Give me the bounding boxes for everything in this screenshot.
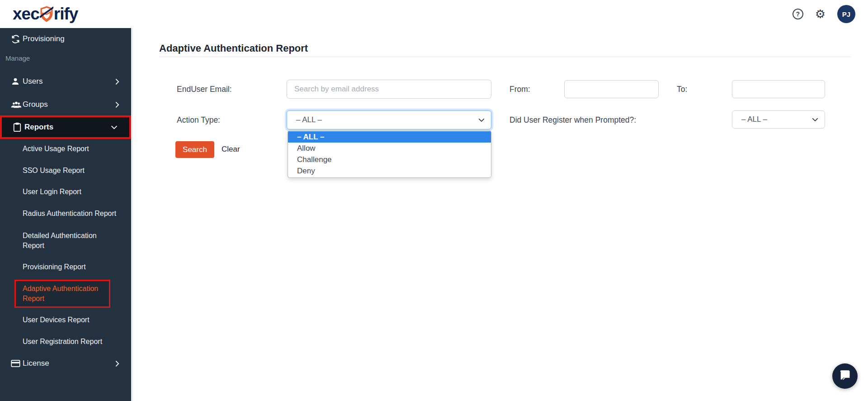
- user-avatar[interactable]: PJ: [837, 5, 855, 23]
- to-date-input[interactable]: [732, 80, 825, 98]
- subnav-label: User Registration Report: [23, 337, 102, 347]
- sidebar-item-groups[interactable]: Groups: [0, 94, 131, 115]
- subnav-label: Provisioning Report: [23, 262, 86, 272]
- chat-icon: [839, 369, 851, 383]
- xecurify-logo[interactable]: xec rify: [13, 4, 78, 24]
- sidebar-item-user-devices-report[interactable]: User Devices Report: [0, 309, 131, 331]
- from-label: From:: [509, 85, 530, 94]
- action-type-dropdown: – ALL – Allow Challenge Deny: [288, 130, 491, 178]
- sidebar: Provisioning Manage Users Groups: [0, 28, 133, 401]
- sidebar-item-sso-usage-report[interactable]: SSO Usage Report: [0, 160, 131, 181]
- group-icon: [11, 100, 23, 109]
- user-icon: [11, 77, 23, 86]
- subnav-label: User Login Report: [23, 187, 81, 197]
- main-content: Adaptive Authentication Report EndUser E…: [133, 28, 868, 401]
- sidebar-item-license[interactable]: License: [0, 353, 131, 374]
- chevron-down-icon: [478, 115, 485, 124]
- sidebar-item-user-registration-report[interactable]: User Registration Report: [0, 331, 131, 353]
- help-icon[interactable]: ?: [793, 9, 803, 19]
- chevron-down-icon: [812, 115, 818, 124]
- clear-button[interactable]: Clear: [222, 145, 240, 154]
- sync-icon: [11, 34, 23, 44]
- enduser-email-input[interactable]: [287, 80, 491, 99]
- sidebar-item-provisioning[interactable]: Provisioning: [0, 28, 131, 50]
- action-type-label: Action Type:: [177, 115, 220, 125]
- subnav-label: User Devices Report: [23, 315, 90, 325]
- enduser-email-label: EndUser Email:: [177, 85, 232, 94]
- clipboard-icon: [13, 122, 24, 132]
- register-prompt-label: Did User Register when Prompted?:: [509, 115, 636, 125]
- action-type-value: – ALL –: [296, 115, 322, 124]
- dropdown-option-allow[interactable]: Allow: [288, 143, 491, 154]
- logo-text-right: rify: [54, 4, 78, 24]
- subnav-label: Adaptive Authentication Report: [23, 284, 106, 304]
- dropdown-option-challenge[interactable]: Challenge: [288, 154, 491, 165]
- subnav-label: Detailed Authentication Report: [23, 231, 109, 251]
- sidebar-item-active-usage-report[interactable]: Active Usage Report: [0, 138, 131, 160]
- sidebar-item-label: License: [23, 359, 49, 368]
- sidebar-item-radius-authentication-report[interactable]: Radius Authentication Report: [0, 203, 131, 224]
- sidebar-section-manage: Manage: [5, 54, 30, 62]
- chevron-right-icon: [115, 360, 119, 367]
- register-prompt-select[interactable]: – ALL –: [732, 110, 825, 129]
- logo-text-left: xec: [13, 4, 39, 24]
- sidebar-scrollbar[interactable]: [131, 28, 133, 401]
- shield-logo-icon: [40, 6, 53, 22]
- sidebar-item-reports[interactable]: Reports: [0, 115, 131, 139]
- to-label: To:: [677, 85, 687, 94]
- gear-icon[interactable]: ⚙: [815, 8, 826, 20]
- title-divider: [159, 57, 851, 57]
- sidebar-item-label: Reports: [24, 123, 53, 132]
- sidebar-item-user-login-report[interactable]: User Login Report: [0, 181, 131, 203]
- sidebar-item-label: Groups: [23, 100, 48, 109]
- from-date-input[interactable]: [564, 80, 659, 98]
- livechat-widget-button[interactable]: [832, 363, 858, 389]
- dropdown-option-all[interactable]: – ALL –: [288, 131, 491, 143]
- subnav-label: SSO Usage Report: [23, 166, 85, 176]
- subnav-label: Active Usage Report: [23, 144, 89, 154]
- subnav-label: Radius Authentication Report: [23, 209, 116, 219]
- chevron-right-icon: [115, 78, 119, 85]
- sidebar-item-detailed-authentication-report[interactable]: Detailed Authentication Report: [0, 228, 131, 254]
- chevron-right-icon: [115, 101, 119, 108]
- action-type-select[interactable]: – ALL –: [287, 110, 491, 129]
- top-header: xec rify ? ⚙ PJ: [0, 0, 868, 28]
- sidebar-item-adaptive-authentication-report[interactable]: Adaptive Authentication Report: [14, 280, 110, 308]
- register-prompt-value: – ALL –: [741, 115, 767, 124]
- page-title: Adaptive Authentication Report: [159, 43, 308, 54]
- sidebar-item-provisioning-report[interactable]: Provisioning Report: [0, 256, 131, 278]
- sidebar-item-label: Provisioning: [23, 34, 65, 43]
- chevron-down-icon: [111, 125, 118, 129]
- credit-card-icon: [11, 359, 23, 368]
- sidebar-item-users[interactable]: Users: [0, 71, 131, 92]
- sidebar-item-label: Users: [23, 77, 42, 86]
- dropdown-option-deny[interactable]: Deny: [288, 165, 491, 177]
- search-button[interactable]: Search: [175, 141, 214, 158]
